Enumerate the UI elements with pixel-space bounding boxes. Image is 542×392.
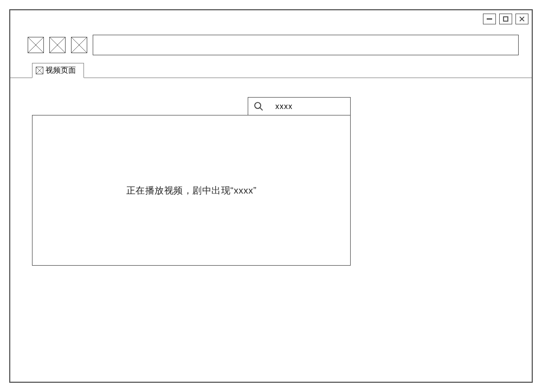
toolbar [28,35,519,55]
search-input[interactable] [275,102,345,111]
minimize-button[interactable] [483,14,496,24]
svg-rect-1 [504,17,508,21]
search-box[interactable] [248,97,351,115]
svg-line-13 [260,108,263,111]
window-controls [483,14,528,24]
address-bar[interactable] [93,35,519,55]
tab-video-page[interactable]: 视频页面 [32,63,84,78]
browser-window: 视频页面 正在播放视频，剧中出现“xxxx” [9,9,533,383]
video-status-text: 正在播放视频，剧中出现“xxxx” [126,184,257,197]
search-icon [254,101,263,111]
maximize-button[interactable] [499,14,512,24]
tabstrip: 视频页面 [10,78,532,78]
nav-forward-icon[interactable] [49,37,66,53]
tab-label: 视频页面 [46,66,76,75]
nav-reload-icon[interactable] [71,37,87,53]
nav-back-icon[interactable] [28,37,44,53]
close-button[interactable] [515,14,528,24]
svg-point-12 [255,102,261,108]
video-player[interactable]: 正在播放视频，剧中出现“xxxx” [32,115,351,266]
tab-favicon-icon [36,67,43,74]
